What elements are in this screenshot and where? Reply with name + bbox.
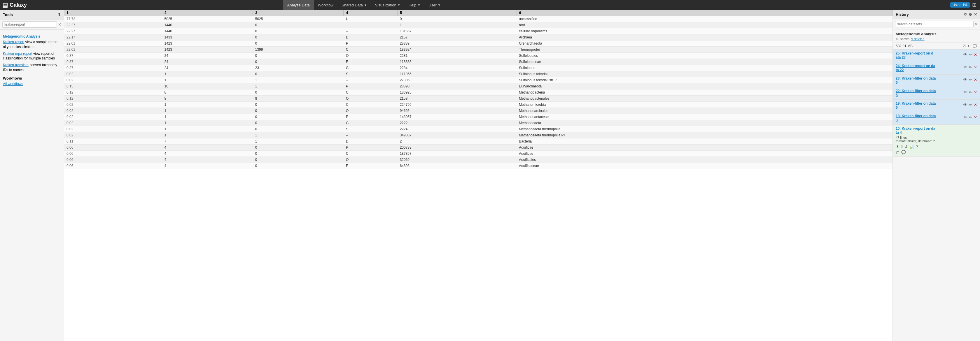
history-item-actions: 👁 ✏ ✕ [963, 103, 977, 107]
table-cell: 0 [253, 59, 344, 65]
history-item-title[interactable]: 25: Kraken-report on data 23 [896, 51, 933, 59]
history-item[interactable]: 24: Kraken-report on data 22 👁 ✏ ✕ [893, 62, 980, 75]
item-chart-icon[interactable]: 📊 [909, 144, 914, 149]
item-edit-icon[interactable]: ✏ [969, 52, 972, 57]
tools-panel: Tools ⬆ ✕ Metagenomic Analysis Kraken-re… [0, 10, 64, 341]
nav-help[interactable]: Help ▼ [404, 0, 425, 10]
history-search-clear[interactable]: ✕ [975, 22, 978, 26]
history-item[interactable]: 22: Kraken-filter on data5 👁 ✏ ✕ [893, 87, 980, 100]
table-cell: 2224 [398, 126, 517, 132]
item-edit-icon[interactable]: ✏ [969, 115, 972, 119]
table-row: 0.37240F118883Sulfolobaceae [64, 59, 892, 65]
table-cell: G [344, 120, 398, 126]
table-cell: Methanosarcinales [517, 108, 892, 114]
table-cell: 0 [253, 120, 344, 126]
item-comments-icon[interactable]: 💬 [901, 150, 906, 154]
history-tag-icon[interactable]: ☑ [963, 44, 966, 48]
table-cell: 1 [162, 71, 253, 77]
table-cell: 1 [253, 132, 344, 138]
table-row: 0.0210S111955Sulfolobus tokodaii [64, 71, 892, 77]
table-cell: 1433 [162, 34, 253, 41]
item-edit-icon[interactable]: ✏ [969, 103, 972, 107]
kraken-mpa-report-link[interactable]: Kraken-mpa-report [3, 52, 32, 56]
item-delete-icon[interactable]: ✕ [974, 52, 977, 57]
item-view-icon[interactable]: 👁 [963, 103, 967, 107]
table-cell: 0.02 [64, 132, 162, 138]
item-delete-icon[interactable]: ✕ [974, 65, 977, 69]
history-item[interactable]: 23: Kraken-filter on data6 👁 ✏ ✕ [893, 75, 980, 87]
history-settings-icon[interactable]: ⚙ [969, 12, 972, 17]
item-database[interactable]: ? [933, 139, 935, 143]
nav-workflow[interactable]: Workflow [314, 0, 337, 10]
table-cell: Methanomicrobia [517, 102, 892, 108]
brand-name: Galaxy [10, 2, 27, 8]
metagenomic-section-title[interactable]: Metagenomic Analysis [3, 34, 61, 38]
table-cell: 22.17 [64, 34, 162, 41]
history-deleted-link[interactable]: 9 deleted [911, 37, 924, 41]
history-label-icon[interactable]: 🏷 [967, 44, 971, 48]
item-info-icon[interactable]: ℹ [901, 144, 903, 149]
item-edit-icon[interactable]: ✏ [969, 65, 972, 69]
history-search-input[interactable] [895, 21, 974, 27]
item-view-icon[interactable]: 👁 [963, 115, 967, 119]
apps-grid-icon[interactable]: ⊞ [971, 1, 978, 10]
table-cell: 0 [253, 53, 344, 59]
item-tags-icon[interactable]: 🏷 [896, 150, 899, 154]
table-row: 0.37240O2281Sulfolobales [64, 53, 892, 59]
history-item-expanded[interactable]: 10: Kraken-report on data 4 47 lines for… [893, 125, 980, 157]
item-view-icon[interactable]: 👁 [963, 78, 967, 82]
table-row: 22.2714400–1root [64, 22, 892, 28]
table-cell: 183925 [398, 89, 517, 95]
table-cell: unclassified [517, 16, 892, 22]
nav-analyze-data[interactable]: Analyze Data [283, 0, 314, 10]
history-item-title[interactable]: 24: Kraken-report on data 22 [896, 64, 935, 72]
history-item-title[interactable]: 19: Kraken-filter on data6 [896, 102, 935, 109]
table-cell: 4 [162, 151, 253, 157]
shared-data-caret: ▼ [364, 3, 367, 7]
nav-shared-data[interactable]: Shared Data ▼ [337, 0, 371, 10]
history-item[interactable]: 25: Kraken-report on data 23 👁 ✏ ✕ [893, 49, 980, 62]
table-cell: 0 [253, 22, 344, 28]
all-workflows-link[interactable]: All workflows [3, 82, 23, 86]
table-cell: 1399 [253, 47, 344, 53]
item-view-icon[interactable]: 👁 [963, 90, 967, 94]
history-refresh-icon[interactable]: ↺ [964, 12, 967, 17]
item-delete-icon[interactable]: ✕ [974, 90, 977, 94]
table-cell: 1 [398, 22, 517, 28]
history-item-title[interactable]: 10: Kraken-report on data 4 [896, 127, 977, 135]
table-cell: 4 [162, 163, 253, 169]
history-item[interactable]: 19: Kraken-filter on data6 👁 ✏ ✕ [893, 100, 980, 112]
upload-button[interactable]: ⬆ [57, 12, 61, 17]
item-view-icon[interactable]: 👁 [896, 144, 899, 149]
table-cell: 22.01 [64, 41, 162, 47]
history-item[interactable]: 18: Kraken-filter on data3 👁 ✏ ✕ [893, 112, 980, 125]
nav-user[interactable]: User ▼ [425, 0, 444, 10]
nav-visualization[interactable]: Visualization ▼ [371, 0, 404, 10]
item-delete-icon[interactable]: ✕ [974, 115, 977, 119]
brand: ▤ Galaxy [2, 2, 27, 8]
kraken-report-link[interactable]: Kraken-report [3, 40, 24, 44]
item-edit-icon[interactable]: ✏ [969, 90, 972, 94]
item-delete-icon[interactable]: ✕ [974, 78, 977, 82]
item-view-icon[interactable]: 👁 [963, 52, 967, 57]
history-item-title[interactable]: 22: Kraken-filter on data5 [896, 89, 935, 97]
table-cell: P [344, 83, 398, 89]
item-help-icon[interactable]: ? [916, 144, 918, 149]
table-cell: 1 [162, 77, 253, 83]
item-reload-icon[interactable]: ↺ [904, 144, 908, 149]
kraken-translate-link[interactable]: Kraken-translate [3, 63, 29, 67]
item-delete-icon[interactable]: ✕ [974, 103, 977, 107]
item-view-icon[interactable]: 👁 [963, 65, 967, 69]
history-new-icon[interactable]: ✕ [974, 12, 977, 17]
tools-search-clear[interactable]: ✕ [58, 22, 62, 27]
table-cell: 200783 [398, 144, 517, 151]
table-cell: Methanobacteriales [517, 95, 892, 102]
history-item-title[interactable]: 23: Kraken-filter on data6 [896, 76, 935, 84]
table-cell: 0.37 [64, 65, 162, 71]
item-edit-icon[interactable]: ✏ [969, 78, 972, 82]
table-cell: 1 [162, 102, 253, 108]
history-comment-icon[interactable]: 💬 [973, 44, 977, 48]
tools-search-input[interactable] [2, 21, 57, 28]
history-item-title[interactable]: 18: Kraken-filter on data3 [896, 114, 935, 122]
table-row: 77.7350255025U0unclassified [64, 16, 892, 22]
